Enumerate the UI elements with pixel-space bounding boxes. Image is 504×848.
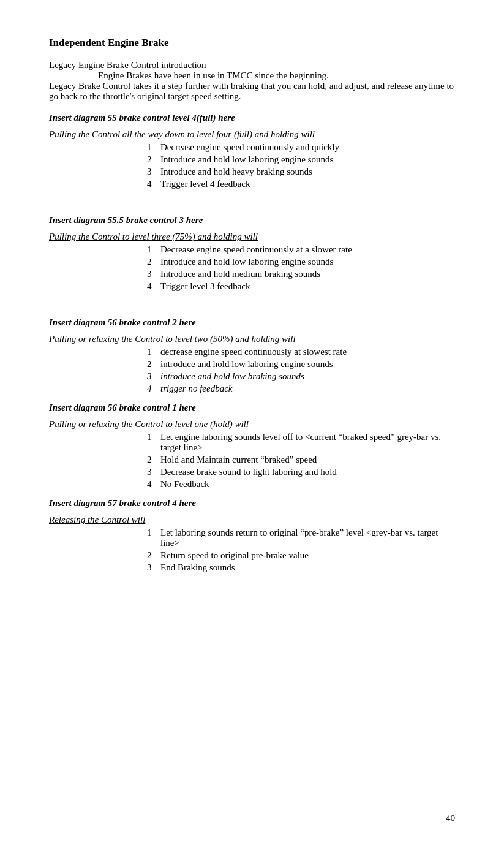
list-item: 4 Trigger level 4 feedback — [147, 179, 455, 189]
list-block-5: 1 Let laboring sounds return to original… — [147, 528, 455, 573]
pulling-label-1: Pulling the Control all the way down to … — [49, 129, 455, 140]
list-item: 2 Return speed to original pre-brake val… — [147, 550, 455, 561]
list-text: Trigger level 3 feedback — [160, 281, 455, 292]
list-text: Let engine laboring sounds level off to … — [160, 432, 455, 453]
list-text: Let laboring sounds return to original “… — [160, 528, 455, 548]
list-num: 1 — [147, 244, 160, 255]
list-item: 3 End Braking sounds — [147, 562, 455, 573]
intro-line3: Legacy Brake Control takes it a step fur… — [49, 81, 455, 102]
list-block-1: 1 Decrease engine speed continuously and… — [147, 142, 455, 189]
list-item: 2 introduce and hold low laboring engine… — [147, 359, 455, 369]
intro-block: Legacy Engine Brake Control introduction… — [49, 60, 455, 102]
list-text: introduce and hold low laboring engine s… — [160, 359, 455, 369]
list-text: introduce and hold low braking sounds — [160, 371, 455, 382]
list-item: 3 Decrease brake sound to light laboring… — [147, 467, 455, 477]
list-block-4: 1 Let engine laboring sounds level off t… — [147, 432, 455, 490]
list-item: 1 Let engine laboring sounds level off t… — [147, 432, 455, 453]
list-item: 3 Introduce and hold heavy braking sound… — [147, 167, 455, 177]
list-item: 1 Decrease engine speed continuously and… — [147, 142, 455, 153]
list-num: 2 — [147, 550, 160, 561]
list-num: 3 — [147, 371, 160, 382]
intro-line1: Legacy Engine Brake Control introduction — [49, 60, 455, 70]
pulling-label-5: Releasing the Control will — [49, 515, 455, 525]
list-num: 3 — [147, 167, 160, 177]
list-num: 2 — [147, 359, 160, 369]
list-text: Decrease engine speed continuously at a … — [160, 244, 455, 255]
list-block-3: 1 decrease engine speed continuously at … — [147, 347, 455, 394]
list-text: Introduce and hold heavy braking sounds — [160, 167, 455, 177]
list-text: No Feedback — [160, 479, 455, 490]
list-num: 4 — [147, 384, 160, 394]
list-item: 1 Decrease engine speed continuously at … — [147, 244, 455, 255]
list-num: 2 — [147, 257, 160, 267]
list-item: 3 introduce and hold low braking sounds — [147, 371, 455, 382]
list-text: Introduce and hold medium braking sounds — [160, 269, 455, 279]
list-num: 1 — [147, 142, 160, 153]
list-item: 2 Hold and Maintain current “braked” spe… — [147, 455, 455, 465]
list-block-2: 1 Decrease engine speed continuously at … — [147, 244, 455, 292]
list-text: Introduce and hold low laboring engine s… — [160, 154, 455, 165]
diagram-label-3: Insert diagram 56 brake control 2 here — [49, 317, 455, 328]
pulling-label-3: Pulling or relaxing the Control to level… — [49, 334, 455, 344]
section-5: Insert diagram 57 brake control 4 here R… — [49, 498, 455, 573]
list-item: 4 trigger no feedback — [147, 384, 455, 394]
list-num: 1 — [147, 347, 160, 357]
list-text: Return speed to original pre-brake value — [160, 550, 455, 561]
list-num: 4 — [147, 281, 160, 292]
list-item: 2 Introduce and hold low laboring engine… — [147, 257, 455, 267]
list-num: 4 — [147, 179, 160, 189]
list-text: End Braking sounds — [160, 562, 455, 573]
pulling-label-2: Pulling the Control to level three (75%)… — [49, 232, 455, 242]
list-num: 2 — [147, 455, 160, 465]
page-title: Independent Engine Brake — [49, 37, 455, 49]
list-item: 3 Introduce and hold medium braking soun… — [147, 269, 455, 279]
intro-line2: Engine Brakes have been in use in TMCC s… — [98, 70, 455, 81]
page-number: 40 — [446, 813, 455, 823]
list-num: 3 — [147, 562, 160, 573]
list-item: 1 decrease engine speed continuously at … — [147, 347, 455, 357]
list-num: 3 — [147, 467, 160, 477]
diagram-label-1: Insert diagram 55 brake control level 4(… — [49, 113, 455, 123]
list-item: 1 Let laboring sounds return to original… — [147, 528, 455, 548]
section-4: Insert diagram 56 brake control 1 here P… — [49, 403, 455, 490]
list-num: 1 — [147, 528, 160, 548]
diagram-label-2: Insert diagram 55.5 brake control 3 here — [49, 215, 455, 225]
list-item: 2 Introduce and hold low laboring engine… — [147, 154, 455, 165]
pulling-label-4: Pulling or relaxing the Control to level… — [49, 419, 455, 430]
list-text: Decrease brake sound to light laboring a… — [160, 467, 455, 477]
section-1: Insert diagram 55 brake control level 4(… — [49, 113, 455, 189]
list-text: Introduce and hold low laboring engine s… — [160, 257, 455, 267]
diagram-label-4: Insert diagram 56 brake control 1 here — [49, 403, 455, 413]
list-num: 4 — [147, 479, 160, 490]
diagram-label-5: Insert diagram 57 brake control 4 here — [49, 498, 455, 509]
list-item: 4 Trigger level 3 feedback — [147, 281, 455, 292]
section-3: Insert diagram 56 brake control 2 here P… — [49, 317, 455, 394]
list-text: Trigger level 4 feedback — [160, 179, 455, 189]
list-text: Decrease engine speed continuously and q… — [160, 142, 455, 153]
list-num: 2 — [147, 154, 160, 165]
list-num: 1 — [147, 432, 160, 453]
list-text: trigger no feedback — [160, 384, 455, 394]
section-2: Insert diagram 55.5 brake control 3 here… — [49, 215, 455, 292]
list-item: 4 No Feedback — [147, 479, 455, 490]
list-text: decrease engine speed continuously at sl… — [160, 347, 455, 357]
list-num: 3 — [147, 269, 160, 279]
list-text: Hold and Maintain current “braked” speed — [160, 455, 455, 465]
